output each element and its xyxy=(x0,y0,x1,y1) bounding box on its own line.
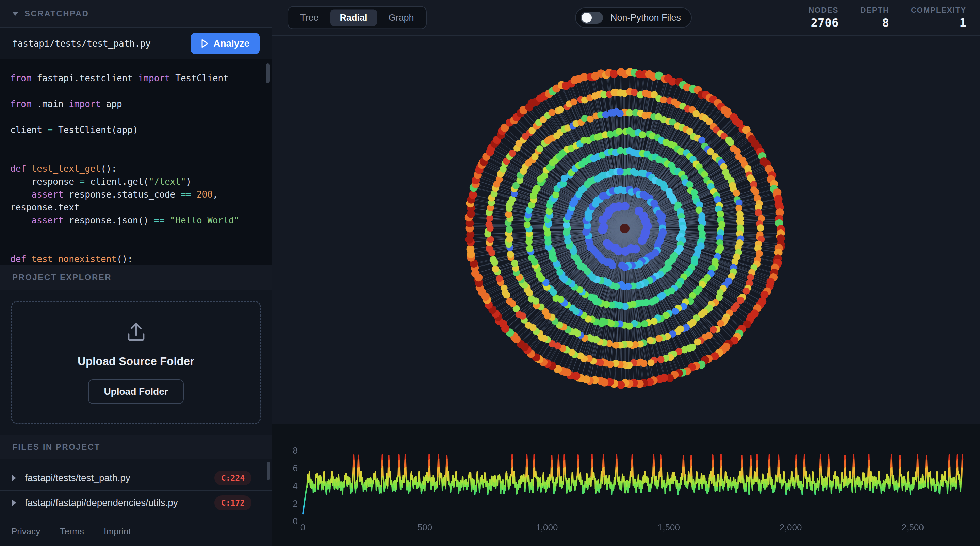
code-token: (): xyxy=(117,254,133,264)
code-line xyxy=(10,240,264,252)
scratchpad-header[interactable]: SCRATCHPAD xyxy=(0,0,272,27)
code-token: 200 xyxy=(197,189,213,200)
file-path-label: fastapi/fastapi/dependencies/utils.py xyxy=(25,497,178,508)
code-line xyxy=(10,136,264,149)
y-axis-tick-label: 0 xyxy=(274,516,298,527)
code-line: response.text xyxy=(10,201,264,214)
expand-caret-icon[interactable] xyxy=(12,500,16,506)
code-line: from .main import app xyxy=(10,98,264,111)
code-token: fastapi.testclient xyxy=(32,73,138,83)
main-topbar: TreeRadialGraph Non-Python Files NODES 2… xyxy=(272,0,980,36)
files-in-project-title: FILES IN PROJECT xyxy=(12,442,100,452)
code-token: from xyxy=(10,99,32,109)
project-explorer-panel: Upload Source Folder Upload Folder xyxy=(0,290,272,435)
code-token: test_text_get xyxy=(26,163,101,174)
code-line xyxy=(10,149,264,162)
upload-dropzone[interactable]: Upload Source Folder Upload Folder xyxy=(11,301,261,424)
code-token: import xyxy=(138,73,170,83)
y-axis-tick-label: 4 xyxy=(274,481,298,491)
code-line xyxy=(10,111,264,124)
code-token: "Hello World" xyxy=(170,215,240,225)
radial-visualization-panel xyxy=(272,36,980,424)
analyze-button-label: Analyze xyxy=(213,38,250,49)
x-axis-tick-label: 500 xyxy=(417,522,432,533)
code-token: response xyxy=(10,176,80,187)
collapse-caret-icon[interactable] xyxy=(12,12,18,16)
x-axis-tick-label: 2,500 xyxy=(902,522,924,533)
depth-chart-panel: 0246805001,0001,5002,0002,500 xyxy=(272,424,980,546)
stat-complexity: COMPLEXITY 1 xyxy=(911,6,966,30)
sidebar-footer: PrivacyTermsImprint xyxy=(0,517,272,546)
code-line: from fastapi.testclient import TestClien… xyxy=(10,72,264,85)
code-token: "/text" xyxy=(149,176,186,187)
code-line: assert response.json() == "Hello World" xyxy=(10,214,264,227)
toggle-label: Non-Python Files xyxy=(611,13,681,23)
code-token xyxy=(191,189,197,200)
files-scrollbar[interactable] xyxy=(267,462,270,480)
files-in-project-header: FILES IN PROJECT xyxy=(0,435,272,459)
view-mode-tabs: TreeRadialGraph xyxy=(288,6,427,29)
footer-link-imprint[interactable]: Imprint xyxy=(104,526,130,537)
stat-nodes: NODES 2706 xyxy=(808,6,838,30)
tab-graph[interactable]: Graph xyxy=(379,10,424,26)
radial-visualization-canvas[interactable] xyxy=(272,36,980,424)
tab-tree[interactable]: Tree xyxy=(291,10,328,26)
code-editor[interactable]: from fastapi.testclient import TestClien… xyxy=(0,59,272,265)
code-token: = xyxy=(80,176,85,187)
file-row[interactable]: fastapi/fastapi/dependencies/utils.pyC:1… xyxy=(0,490,272,516)
code-line: def test_nonexistent(): xyxy=(10,252,264,265)
code-scrollbar[interactable] xyxy=(266,63,270,83)
code-token: client.get( xyxy=(85,176,149,187)
project-explorer-title: PROJECT EXPLORER xyxy=(12,273,111,282)
code-token: client xyxy=(10,125,48,135)
code-token: app xyxy=(101,99,122,109)
code-line: assert response.status_code == 200, xyxy=(10,188,264,201)
file-list: fastapi/tests/test_path.pyC:224fastapi/f… xyxy=(0,459,272,517)
expand-caret-icon[interactable] xyxy=(12,475,16,481)
code-token: test_nonexistent xyxy=(26,254,117,264)
x-axis-tick-label: 1,500 xyxy=(658,522,680,533)
complexity-badge: C:224 xyxy=(215,470,251,486)
tab-radial[interactable]: Radial xyxy=(331,10,377,26)
code-token: .main xyxy=(32,99,69,109)
code-token: == xyxy=(154,215,165,225)
x-axis-tick-label: 0 xyxy=(301,522,305,533)
code-token: response.status_code xyxy=(64,189,181,200)
code-token: = xyxy=(48,125,53,135)
complexity-badge: C:172 xyxy=(215,495,251,510)
upload-title: Upload Source Folder xyxy=(78,355,194,368)
code-token: ) xyxy=(186,176,192,187)
y-axis-tick-label: 2 xyxy=(274,498,298,509)
footer-link-privacy[interactable]: Privacy xyxy=(11,526,40,537)
y-axis-tick-label: 8 xyxy=(274,445,298,456)
code-line xyxy=(10,227,264,240)
file-path-row: fastapi/tests/test_path.py Analyze xyxy=(0,27,272,59)
footer-link-terms[interactable]: Terms xyxy=(60,526,84,537)
scratchpad-title: SCRATCHPAD xyxy=(24,9,89,18)
analyze-button[interactable]: Analyze xyxy=(191,33,259,54)
stats-bar: NODES 2706 DEPTH 8 COMPLEXITY 1 xyxy=(808,6,966,30)
code-line xyxy=(10,85,264,98)
sidebar: SCRATCHPAD fastapi/tests/test_path.py An… xyxy=(0,0,272,546)
toggle-switch[interactable] xyxy=(581,11,603,24)
file-path-input[interactable]: fastapi/tests/test_path.py xyxy=(12,38,151,49)
x-axis-tick-label: 1,000 xyxy=(536,522,558,533)
code-token: from xyxy=(10,73,32,83)
code-token: response.text xyxy=(10,202,80,213)
x-axis-tick-label: 2,000 xyxy=(780,522,802,533)
code-token: import xyxy=(69,99,101,109)
code-token: TestClient xyxy=(170,73,229,83)
code-line: response = client.get("/text") xyxy=(10,175,264,188)
code-token: assert xyxy=(10,215,64,225)
code-token: (): xyxy=(101,163,117,174)
code-token: assert xyxy=(10,189,64,200)
play-icon xyxy=(201,39,208,48)
upload-folder-button[interactable]: Upload Folder xyxy=(88,379,183,404)
code-token: response.json() xyxy=(64,215,154,225)
code-token xyxy=(165,215,170,225)
code-token: TestClient(app) xyxy=(53,125,138,135)
file-row[interactable]: fastapi/tests/test_path.pyC:224 xyxy=(0,466,272,490)
depth-chart-canvas xyxy=(272,424,980,546)
code-token: def xyxy=(10,254,26,264)
non-python-files-toggle[interactable]: Non-Python Files xyxy=(575,8,692,28)
